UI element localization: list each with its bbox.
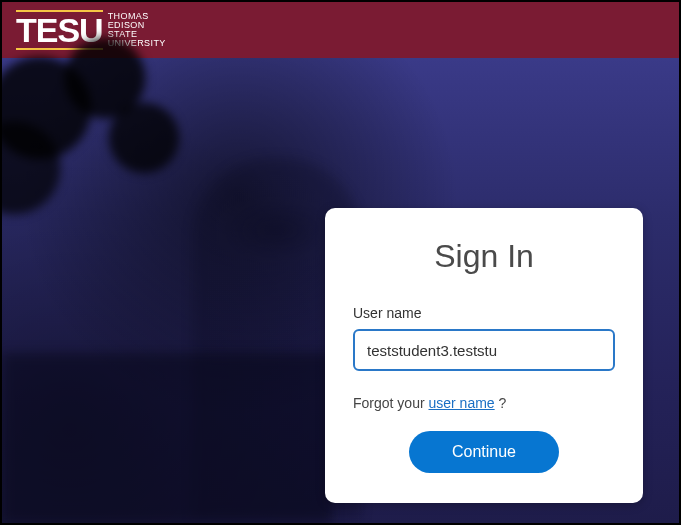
forgot-username-text: Forgot your user name ? [353, 395, 615, 411]
background-leaves [0, 28, 222, 228]
forgot-suffix: ? [495, 395, 507, 411]
forgot-username-link[interactable]: user name [428, 395, 494, 411]
background-building [2, 353, 332, 523]
username-input[interactable] [353, 329, 615, 371]
forgot-prefix: Forgot your [353, 395, 428, 411]
signin-card: Sign In User name Forgot your user name … [325, 208, 643, 503]
button-row: Continue [353, 431, 615, 473]
username-label: User name [353, 305, 615, 321]
continue-button[interactable]: Continue [409, 431, 559, 473]
card-title: Sign In [353, 238, 615, 275]
